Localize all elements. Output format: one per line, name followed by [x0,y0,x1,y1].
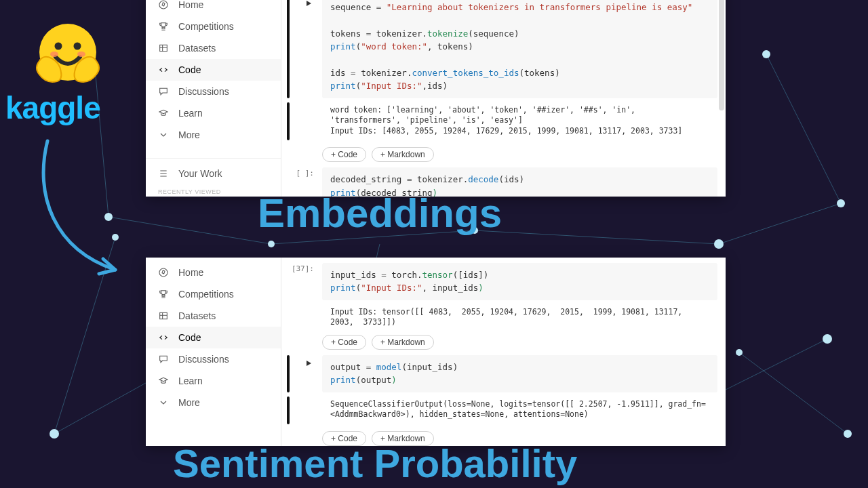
sidebar-item-label: More [178,129,200,140]
svg-line-10 [766,54,841,203]
graduation-icon [158,108,169,119]
sidebar-item-more[interactable]: More [146,124,281,146]
scroll-thumb[interactable] [719,0,724,110]
run-cell-button[interactable] [304,0,313,10]
huggingface-logo-icon [27,15,108,96]
sidebar-item-code[interactable]: Code [146,327,281,348]
code-content[interactable]: sequence = "Learning about tokenizers in… [322,0,717,98]
kaggle-panel-top: Home Competitions Datasets Code Discussi… [146,0,726,197]
svg-point-37 [159,268,167,277]
sidebar-item-code[interactable]: Code [146,59,281,81]
notebook-area: sequence = "Learning about tokenizers in… [281,0,726,197]
code-cell: output = model(input_ids) print(output) [287,355,717,392]
cell-output: Input IDs: tensor([[ 4083, 2055, 19204, … [322,304,717,332]
sidebar: Home Competitions Datasets Code Discussi… [146,0,281,197]
trophy-icon [158,21,169,32]
sidebar-item-your-work[interactable]: Your Work [146,163,281,184]
chevron-down-icon [158,397,169,408]
cell-prompt: [ ]: [287,169,319,178]
svg-rect-36 [160,45,167,51]
sidebar-item-label: Discussions [178,354,229,365]
sidebar-item-datasets[interactable]: Datasets [146,37,281,59]
insert-row: + Code + Markdown [322,332,717,351]
output-cell: word token: ['learning', 'about', 'token… [287,102,717,141]
add-code-button[interactable]: + Code [322,335,366,350]
sidebar-item-label: More [178,397,200,408]
svg-point-20 [844,430,852,438]
sidebar-item-label: Competitions [178,21,234,32]
graduation-icon [158,375,169,386]
cell-bracket [287,355,290,392]
sidebar-item-competitions[interactable]: Competitions [146,16,281,37]
code-cell: sequence = "Learning about tokenizers in… [287,0,717,98]
sidebar-item-label: Your Work [178,168,222,179]
svg-point-19 [823,334,832,344]
sidebar-item-label: Home [178,267,203,278]
comment-icon [158,354,169,365]
table-icon [158,310,169,321]
sidebar-item-more[interactable]: More [146,392,281,413]
sidebar-item-label: Datasets [178,310,216,321]
compass-icon [158,0,169,10]
svg-point-24 [714,239,724,249]
sidebar-item-datasets[interactable]: Datasets [146,305,281,327]
code-icon [158,332,169,343]
sidebar-item-label: Code [178,332,201,343]
svg-point-14 [50,429,59,439]
title-embeddings: Embeddings [258,190,502,237]
cell-prompt: [37]: [287,264,319,273]
sidebar-item-home[interactable]: Home [146,0,281,16]
run-cell-button[interactable] [304,358,313,370]
svg-point-31 [55,43,62,50]
sidebar-item-label: Discussions [178,86,229,97]
add-code-button[interactable]: + Code [322,147,366,162]
cell-output: word token: ['learning', 'about', 'token… [322,102,717,141]
sidebar-item-label: Learn [178,375,203,386]
kaggle-wordmark: kaggle [5,89,100,126]
list-icon [158,168,169,179]
sidebar-item-discussions[interactable]: Discussions [146,348,281,370]
code-content[interactable]: output = model(input_ids) print(output) [322,355,717,392]
cell-bracket [287,102,290,141]
add-markdown-button[interactable]: + Markdown [372,147,434,162]
cell-bracket [287,0,290,98]
sidebar-item-label: Competitions [178,289,234,300]
svg-point-32 [74,43,81,50]
svg-line-11 [739,352,848,434]
trophy-icon [158,289,169,300]
add-markdown-button[interactable]: + Markdown [372,335,434,350]
svg-point-25 [837,199,845,207]
svg-line-7 [475,230,719,244]
svg-point-27 [762,50,770,58]
table-icon [158,43,169,54]
chevron-down-icon [158,129,169,140]
code-content[interactable]: input_ids = torch.tensor([ids]) print("I… [322,263,717,300]
sidebar-item-learn[interactable]: Learn [146,102,281,124]
svg-point-28 [736,349,743,356]
sidebar-item-label: Datasets [178,43,216,54]
sidebar-item-competitions[interactable]: Competitions [146,283,281,305]
title-sentiment-probability: Sentiment Probability [173,441,577,486]
sidebar-item-label: Code [178,64,201,75]
code-icon [158,64,169,75]
insert-row: + Code + Markdown [322,144,717,163]
svg-point-34 [77,52,85,57]
svg-line-8 [719,203,841,244]
output-cell: SequenceClassifierOutput(loss=None, logi… [287,396,717,424]
kaggle-panel-bottom: Home Competitions Datasets Code Discussi… [146,258,726,446]
svg-point-33 [50,52,58,57]
comment-icon [158,86,169,97]
cell-bracket [287,396,290,424]
sidebar-item-learn[interactable]: Learn [146,370,281,392]
code-cell: [37]: input_ids = torch.tensor([ids]) pr… [287,263,717,300]
cell-output: SequenceClassifierOutput(loss=None, logi… [322,396,717,424]
compass-icon [158,267,169,278]
svg-rect-38 [160,312,167,319]
notebook-area: [37]: input_ids = torch.tensor([ids]) pr… [281,258,726,446]
svg-point-35 [159,1,167,9]
sidebar-item-discussions[interactable]: Discussions [146,81,281,102]
sidebar-item-label: Home [178,0,203,10]
svg-point-22 [268,241,275,247]
sidebar-item-home[interactable]: Home [146,262,281,283]
arrow-icon [27,134,136,286]
